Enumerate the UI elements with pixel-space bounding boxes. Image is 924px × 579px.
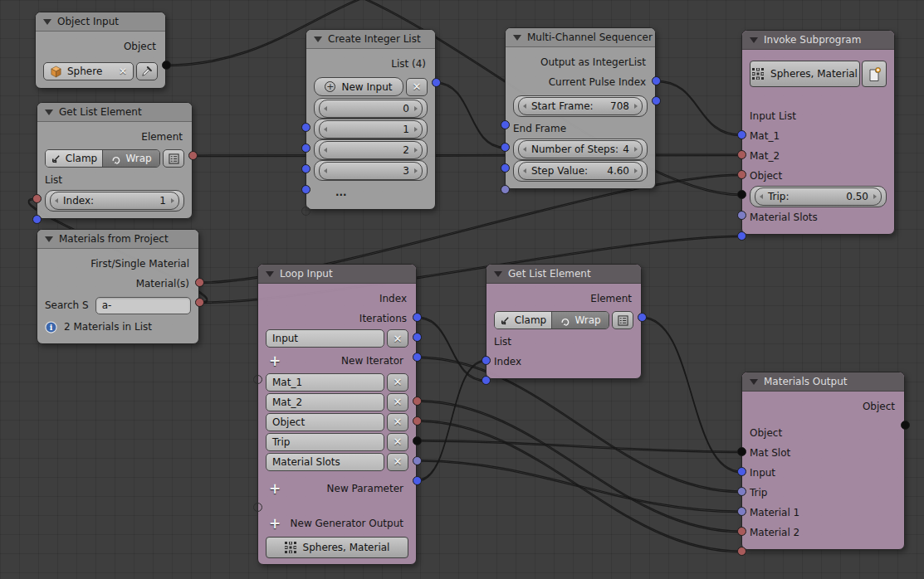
plus-icon[interactable]: + bbox=[269, 353, 281, 369]
socket-trip[interactable] bbox=[737, 507, 746, 516]
slider-decrement-icon[interactable] bbox=[523, 168, 526, 173]
socket-mat_2[interactable] bbox=[413, 416, 422, 426]
slider-step-value-[interactable]: Step Value:4.60 bbox=[518, 162, 643, 180]
slider-decrement-icon[interactable] bbox=[55, 198, 58, 203]
socket-...[interactable] bbox=[301, 207, 310, 216]
slider-increment-icon[interactable] bbox=[634, 168, 638, 173]
slider-increment-icon[interactable] bbox=[414, 168, 418, 173]
subprogram-button[interactable]: Spheres, Material bbox=[266, 537, 408, 558]
socket-index[interactable] bbox=[482, 376, 491, 385]
socket-object[interactable] bbox=[737, 190, 746, 199]
slider-increment-icon[interactable] bbox=[171, 198, 174, 203]
node-header-get-list-element-1[interactable]: Get List Element bbox=[37, 103, 192, 122]
socket-iterations[interactable] bbox=[413, 333, 422, 342]
socket-index[interactable] bbox=[413, 313, 422, 322]
socket-new-parameter[interactable] bbox=[253, 503, 262, 512]
socket-end-frame[interactable] bbox=[501, 143, 510, 152]
socket-input-list[interactable] bbox=[737, 130, 746, 139]
node-header-get-list-element-2[interactable]: Get List Element bbox=[486, 265, 641, 284]
slider-decrement-icon[interactable] bbox=[324, 168, 327, 173]
socket-step-value:[interactable] bbox=[501, 185, 510, 194]
node-header-invoke-subprogram[interactable]: Invoke Subprogram bbox=[742, 31, 894, 50]
list-options-button[interactable] bbox=[612, 311, 633, 329]
socket-new-iterator[interactable] bbox=[253, 375, 262, 384]
remove-button[interactable]: ✕ bbox=[387, 453, 408, 471]
remove-button[interactable]: ✕ bbox=[387, 329, 408, 348]
collapse-triangle-icon[interactable] bbox=[45, 109, 53, 115]
slider-decrement-icon[interactable] bbox=[324, 127, 327, 132]
slider-number-of-steps-[interactable]: Number of Steps:4 bbox=[518, 140, 643, 158]
node-header-multi-channel-sequencer[interactable]: Multi-Channel Sequencer bbox=[506, 28, 655, 47]
collapse-triangle-icon[interactable] bbox=[314, 36, 322, 42]
node-header-loop-input[interactable]: Loop Input bbox=[258, 265, 416, 284]
collapse-triangle-icon[interactable] bbox=[45, 236, 53, 242]
node-header-object-input[interactable]: Object Input bbox=[36, 12, 165, 32]
slider-increment-icon[interactable] bbox=[634, 104, 638, 109]
clear-icon[interactable]: ✕ bbox=[119, 66, 127, 77]
socket-mat_1[interactable] bbox=[413, 397, 422, 406]
object-field[interactable]: Sphere✕ bbox=[43, 62, 134, 80]
socket-list-(4)[interactable] bbox=[432, 78, 441, 87]
socket-trip[interactable] bbox=[413, 456, 422, 465]
clamp-option[interactable]: Clamp bbox=[46, 150, 102, 167]
slider-decrement-icon[interactable] bbox=[523, 104, 526, 109]
socket-material-1[interactable] bbox=[737, 527, 746, 536]
text-field[interactable]: Object bbox=[266, 413, 384, 431]
wrap-option[interactable]: Wrap bbox=[102, 150, 159, 167]
list-options-button[interactable] bbox=[163, 149, 184, 168]
slider-decrement-icon[interactable] bbox=[760, 194, 763, 199]
slider-trip-[interactable]: Trip:0.50 bbox=[755, 187, 882, 206]
search-input[interactable]: a- bbox=[95, 297, 191, 314]
socket-list[interactable] bbox=[32, 194, 42, 203]
socket-output-as-integerlist[interactable] bbox=[652, 76, 661, 85]
slider-increment-icon[interactable] bbox=[873, 194, 877, 199]
socket-object[interactable] bbox=[413, 436, 422, 445]
socket-object[interactable] bbox=[737, 447, 746, 456]
slider-decrement-icon[interactable] bbox=[324, 106, 327, 111]
socket-number-of-steps:[interactable] bbox=[501, 163, 510, 173]
slider-value[interactable]: 2 bbox=[319, 141, 423, 159]
socket-material(s)[interactable] bbox=[195, 298, 204, 307]
text-field[interactable]: Mat_1 bbox=[266, 373, 384, 392]
socket-object[interactable] bbox=[162, 61, 171, 70]
socket-current-pulse-index[interactable] bbox=[652, 96, 661, 105]
slider-increment-icon[interactable] bbox=[634, 147, 638, 152]
socket-mat_1[interactable] bbox=[737, 150, 746, 159]
socket-index:[interactable] bbox=[32, 215, 42, 224]
socket-input[interactable] bbox=[413, 353, 422, 362]
socket-mat_2[interactable] bbox=[737, 170, 746, 179]
socket-material-2[interactable] bbox=[737, 547, 746, 556]
remove-button[interactable]: ✕ bbox=[387, 373, 408, 392]
eyedropper-button[interactable] bbox=[136, 62, 158, 80]
socket-start-frame:[interactable] bbox=[501, 120, 510, 129]
collapse-triangle-icon[interactable] bbox=[750, 379, 758, 385]
plus-icon[interactable]: + bbox=[269, 480, 281, 497]
plus-icon[interactable]: + bbox=[269, 515, 281, 532]
remove-button[interactable]: ✕ bbox=[387, 393, 408, 411]
socket-first/single-material[interactable] bbox=[195, 278, 204, 287]
socket-3[interactable] bbox=[301, 185, 310, 194]
socket-trip:[interactable] bbox=[737, 211, 746, 220]
slider-increment-icon[interactable] bbox=[414, 148, 418, 153]
subprogram-button[interactable]: Spheres, Material bbox=[750, 61, 860, 87]
text-field[interactable]: Input bbox=[266, 329, 384, 348]
remove-button[interactable]: ✕ bbox=[406, 78, 428, 96]
slider-increment-icon[interactable] bbox=[414, 106, 418, 111]
socket-input[interactable] bbox=[737, 487, 746, 496]
remove-button[interactable]: ✕ bbox=[387, 413, 408, 431]
clamp-option[interactable]: Clamp bbox=[495, 312, 551, 328]
new-subprogram-button[interactable] bbox=[862, 61, 887, 87]
new-input-button[interactable]: +New Input bbox=[314, 77, 403, 96]
socket-list[interactable] bbox=[482, 356, 491, 365]
slider-value[interactable]: 3 bbox=[319, 162, 423, 180]
remove-button[interactable]: ✕ bbox=[387, 433, 408, 451]
socket-2[interactable] bbox=[301, 164, 310, 173]
collapse-triangle-icon[interactable] bbox=[266, 271, 274, 277]
socket-material-slots[interactable] bbox=[737, 231, 746, 241]
slider-increment-icon[interactable] bbox=[414, 127, 418, 132]
slider-value[interactable]: 0 bbox=[319, 100, 423, 118]
socket-0[interactable] bbox=[301, 123, 310, 132]
slider-value[interactable]: 1 bbox=[319, 120, 423, 139]
slider-index-[interactable]: Index:1 bbox=[50, 192, 179, 210]
collapse-triangle-icon[interactable] bbox=[750, 37, 758, 43]
